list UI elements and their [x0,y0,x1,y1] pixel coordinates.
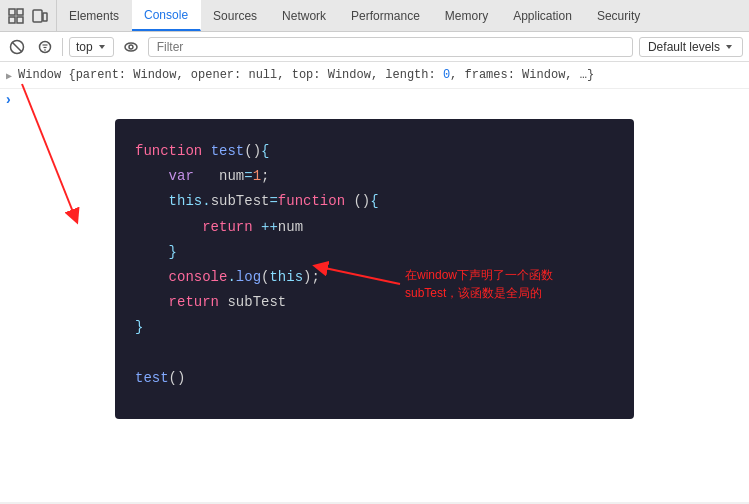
tab-sources[interactable]: Sources [201,0,270,31]
svg-marker-12 [99,45,105,49]
code-line-4: return ++num [135,215,614,240]
context-selector[interactable]: top [69,37,114,57]
svg-rect-0 [9,9,15,15]
devtools-icons [0,0,57,31]
code-line-2: var num=1; [135,164,614,189]
clear-console-icon[interactable] [6,36,28,58]
svg-rect-1 [17,9,23,15]
code-line-8: } [135,315,614,340]
code-line-10: test() [135,366,614,391]
console-main: ▶ Window {parent: Window, opener: null, … [0,62,749,502]
code-line-3: this.subTest=function (){ [135,189,614,214]
code-line-5: } [135,240,614,265]
tab-elements[interactable]: Elements [57,0,132,31]
context-dropdown-icon [97,42,107,52]
code-block: function test(){ var num=1; this.subTest… [115,119,634,419]
console-prompt[interactable]: › [0,89,749,109]
tab-console[interactable]: Console [132,0,201,31]
tab-memory[interactable]: Memory [433,0,501,31]
filter-icon[interactable] [34,36,56,58]
tab-security[interactable]: Security [585,0,653,31]
levels-dropdown-icon [724,42,734,52]
tab-application[interactable]: Application [501,0,585,31]
svg-rect-5 [43,13,47,21]
svg-marker-15 [726,45,732,49]
code-line-6: console.log(this); [135,265,614,290]
console-toolbar: top Default levels [0,32,749,62]
filter-input[interactable] [148,37,633,57]
console-log-line: ▶ Window {parent: Window, opener: null, … [0,66,749,84]
svg-point-14 [129,45,133,49]
tab-performance[interactable]: Performance [339,0,433,31]
svg-rect-3 [17,17,23,23]
device-toggle-icon[interactable] [30,6,50,26]
code-content: function test(){ var num=1; this.subTest… [135,139,614,391]
expand-arrow[interactable]: ▶ [6,70,12,82]
code-line-7: return subTest [135,290,614,315]
log-levels-button[interactable]: Default levels [639,37,743,57]
tab-bar: Elements Console Sources Network Perform… [0,0,749,32]
code-line-1: function test(){ [135,139,614,164]
console-output-area: ▶ Window {parent: Window, opener: null, … [0,62,749,89]
svg-rect-2 [9,17,15,23]
code-line-9 [135,341,614,366]
inspect-icon[interactable] [6,6,26,26]
svg-rect-4 [33,10,42,22]
code-editor: function test(){ var num=1; this.subTest… [55,119,694,419]
tab-network[interactable]: Network [270,0,339,31]
svg-point-13 [125,43,137,51]
svg-line-7 [12,42,22,52]
toolbar-sep-1 [62,38,63,56]
eye-icon[interactable] [120,36,142,58]
console-window-text: Window {parent: Window, opener: null, to… [18,68,594,82]
